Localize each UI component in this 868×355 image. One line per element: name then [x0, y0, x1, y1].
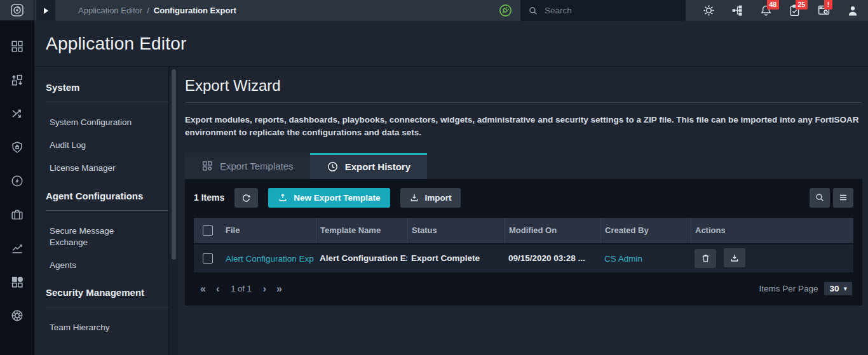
system-config-window-icon[interactable]: ! [817, 4, 831, 17]
breadcrumb-separator: / [147, 6, 149, 15]
column-header-modified-on: Modified On [505, 218, 600, 243]
app-window: Application Editor / Configuration Expor… [0, 0, 868, 355]
new-export-template-button[interactable]: New Export Template [268, 188, 390, 208]
security-shield-icon[interactable] [10, 140, 24, 157]
nav-item-team-hierarchy[interactable]: Team Hierarchy [50, 316, 151, 339]
reports-chart-icon[interactable] [10, 241, 24, 258]
connector-health-icon[interactable] [498, 3, 513, 18]
heading-divider [185, 102, 862, 103]
file-link[interactable]: Alert Configuration Exp [226, 254, 314, 264]
chevron-down-icon: ▾ [843, 285, 847, 293]
help-wheel-icon[interactable] [10, 309, 24, 325]
row-checkbox[interactable] [203, 253, 213, 264]
briefcase-icon[interactable] [10, 208, 24, 224]
top-bar: Application Editor / Configuration Expor… [34, 0, 868, 21]
next-page-button[interactable]: › [258, 283, 271, 295]
last-page-button[interactable]: » [271, 283, 287, 295]
fortisoar-logo[interactable] [0, 0, 34, 21]
settings-gear-icon[interactable] [702, 4, 715, 17]
export-history-panel: 1 Items New Export Template [185, 179, 862, 305]
user-avatar-icon[interactable] [846, 4, 859, 17]
first-page-button[interactable]: « [195, 283, 211, 295]
page-title: Application Editor [46, 34, 187, 54]
queue-transfer-icon[interactable] [10, 73, 24, 90]
tab-export-templates-label: Export Templates [220, 161, 294, 171]
search-icon [528, 6, 538, 16]
nav-item-license-manager[interactable]: License Manager [50, 157, 151, 180]
history-clock-icon [327, 161, 339, 173]
download-icon [409, 192, 419, 203]
system-alert-badge: ! [824, 0, 832, 10]
column-header-created-by: Created By [600, 218, 691, 243]
settings-sidenav: System System Configuration Audit Log Li… [34, 67, 168, 355]
nav-item-agents[interactable]: Agents [50, 254, 151, 277]
actions-cell [691, 248, 853, 268]
column-header-file: File [222, 225, 316, 235]
global-search [520, 0, 686, 21]
nav-item-secure-message-exchange[interactable]: Secure Message Exchange [50, 220, 151, 254]
nav-item-system-configuration[interactable]: System Configuration [50, 111, 151, 134]
nav-section-system: System [46, 76, 168, 102]
download-export-button[interactable] [724, 248, 745, 267]
column-settings-button[interactable] [833, 188, 853, 208]
toolbar: 1 Items New Export Template [194, 188, 853, 208]
table-search-button[interactable] [810, 188, 830, 208]
main-content: Export Wizard Export modules, reports, d… [178, 67, 868, 355]
created-by-link[interactable]: CS Admin [604, 254, 642, 264]
table-header-row: File Template Name Status Modified On Cr… [194, 218, 853, 243]
trash-icon [701, 253, 710, 263]
org-hierarchy-icon[interactable] [731, 4, 744, 17]
page-info: 1 of 1 [224, 284, 258, 293]
delete-button[interactable] [695, 249, 716, 268]
export-history-table: File Template Name Status Modified On Cr… [194, 218, 853, 272]
export-wizard-description: Export modules, reports, dashboards, pla… [185, 114, 860, 140]
nav-item-audit-log[interactable]: Audit Log [50, 134, 151, 157]
download-icon [729, 253, 740, 263]
column-header-template-name: Template Name [316, 218, 407, 243]
pending-tasks-icon[interactable]: 25 [788, 4, 801, 17]
play-icon [41, 6, 50, 15]
connectors-shuffle-icon[interactable] [10, 107, 24, 123]
items-count: 1 Items [194, 192, 224, 203]
tab-export-history-label: Export History [345, 161, 410, 172]
nav-section-security-management: Security Management [46, 281, 168, 307]
items-per-page-value: 30 [829, 284, 839, 293]
table-row: Alert Configuration Exp Alert Configurat… [194, 244, 853, 272]
notifications-badge: 48 [767, 0, 779, 10]
refresh-button[interactable] [234, 188, 258, 208]
column-header-actions: Actions [691, 218, 853, 243]
tab-export-history[interactable]: Export History [310, 153, 427, 179]
refresh-icon [241, 192, 252, 203]
sidenav-scrollbar-thumb[interactable] [172, 69, 176, 260]
import-label: Import [425, 193, 452, 203]
expand-menu-button[interactable] [36, 0, 55, 21]
modified-on-cell: 09/15/2020 03:28 ... [505, 253, 600, 263]
items-per-page-label: Items Per Page [759, 284, 818, 293]
widgets-icon[interactable] [10, 275, 24, 291]
automation-bolt-icon[interactable] [10, 174, 24, 191]
search-input[interactable] [545, 6, 672, 15]
pagination-bar: « ‹ 1 of 1 › » Items Per Page 30 ▾ [194, 272, 853, 305]
fortisoar-logo-icon [10, 3, 25, 18]
export-wizard-heading: Export Wizard [185, 77, 862, 95]
status-cell: Export Complete [407, 253, 505, 263]
select-all-checkbox[interactable] [203, 225, 213, 236]
breadcrumb: Application Editor / Configuration Expor… [78, 6, 236, 15]
new-export-template-label: New Export Template [294, 193, 380, 203]
dashboard-icon[interactable] [10, 39, 24, 56]
prev-page-button[interactable]: ‹ [211, 283, 224, 295]
templates-grid-icon [201, 160, 214, 172]
column-header-status: Status [407, 218, 505, 243]
page-title-bar: Application Editor [34, 21, 868, 67]
items-per-page-select[interactable]: 30 ▾ [824, 282, 852, 295]
import-button[interactable]: Import [400, 188, 461, 208]
tasks-badge: 25 [796, 0, 808, 10]
sidenav-scrollbar-track [168, 67, 178, 355]
breadcrumb-parent[interactable]: Application Editor [78, 6, 142, 15]
icon-rail [0, 0, 34, 355]
search-icon [815, 192, 825, 203]
tab-export-templates[interactable]: Export Templates [185, 153, 310, 179]
notifications-bell-icon[interactable]: 48 [759, 4, 773, 17]
breadcrumb-current: Configuration Export [154, 6, 236, 15]
export-tabs: Export Templates Export History [185, 153, 862, 179]
